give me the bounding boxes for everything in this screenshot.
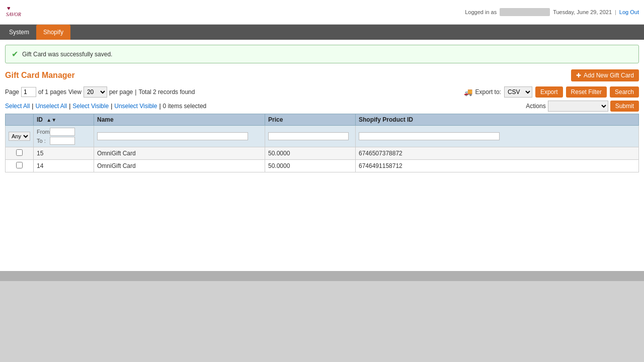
- logo-area: ♥ SAVOR: [5, 3, 23, 21]
- logout-link[interactable]: Log Out: [619, 9, 639, 15]
- any-select[interactable]: Any: [9, 132, 30, 141]
- total-records: Total 2 records found: [138, 88, 195, 96]
- sel-sep1: |: [32, 103, 33, 110]
- select-visible-link[interactable]: Select Visible: [72, 103, 109, 110]
- filter-price-input[interactable]: [268, 132, 349, 140]
- unselect-all-link[interactable]: Unselect All: [35, 103, 67, 110]
- row2-id: 14: [34, 160, 94, 172]
- nav-tab-shopify[interactable]: Shopify: [36, 25, 70, 40]
- search-button[interactable]: Search: [610, 86, 639, 98]
- header: ♥ SAVOR Logged in as Tuesday, June 29, 2…: [0, 0, 644, 25]
- filter-cell-id: From: To :: [34, 126, 94, 147]
- add-new-label: Add New Gift Card: [584, 72, 634, 79]
- view-label: View: [68, 88, 82, 96]
- col-header-name: Name: [94, 114, 265, 126]
- unselect-visible-link[interactable]: Unselect Visible: [114, 103, 157, 110]
- navbar: System Shopify: [0, 25, 644, 40]
- main-content: ✔ Gift Card was successfully saved. Gift…: [0, 40, 644, 271]
- row2-price: 50.0000: [265, 160, 356, 172]
- pagination-right: 🚚 Export to: CSV Excel XML Export Reset …: [464, 86, 639, 98]
- separator2: |: [135, 88, 136, 96]
- success-text: Gift Card was successfully saved.: [22, 51, 112, 58]
- row1-price: 50.0000: [265, 147, 356, 160]
- filter-cell-price: [265, 126, 356, 147]
- table-row: 14 OmniGift Card 50.0000 6746491158712: [6, 160, 639, 172]
- filter-id-from-row: From:: [37, 128, 91, 136]
- row2-shopify-product-id: 6746491158712: [356, 160, 639, 172]
- date-label: Tuesday, June 29, 2021: [553, 9, 612, 15]
- export-button[interactable]: Export: [535, 86, 563, 98]
- success-banner: ✔ Gift Card was successfully saved.: [5, 45, 639, 63]
- col-header-checkbox: [6, 114, 34, 126]
- filter-row: Any From: To :: [6, 126, 639, 147]
- of-pages-label: of 1 pages: [38, 88, 66, 96]
- sort-arrows-id: ▲▼: [46, 117, 56, 123]
- controls-row: Page of 1 pages View 20 50 100 200 per p…: [5, 86, 639, 98]
- table-row: 15 OmniGift Card 50.0000 6746507378872: [6, 147, 639, 160]
- row1-checkbox[interactable]: [16, 149, 23, 156]
- sel-sep2: |: [69, 103, 70, 110]
- sel-sep4: |: [159, 103, 160, 110]
- actions-label: Actions: [526, 103, 545, 110]
- footer-bar: [0, 271, 644, 281]
- svg-text:SAVOR: SAVOR: [6, 12, 21, 17]
- svg-text:♥: ♥: [7, 5, 11, 11]
- filter-id-from-to: From: To :: [37, 128, 91, 145]
- table-header-row: ID ▲▼ Name Price Shopify Product ID: [6, 114, 639, 126]
- col-header-id[interactable]: ID ▲▼: [34, 114, 94, 126]
- per-page-label: per page: [109, 88, 133, 96]
- actions-select[interactable]: [548, 101, 608, 112]
- col-header-price: Price: [265, 114, 356, 126]
- row2-checkbox-cell: [6, 160, 34, 172]
- export-label: Export to:: [475, 88, 501, 96]
- success-icon: ✔: [12, 49, 18, 59]
- page-input[interactable]: [21, 87, 36, 97]
- from-label: From:: [37, 129, 48, 135]
- row2-checkbox[interactable]: [16, 162, 23, 168]
- header-right: Logged in as Tuesday, June 29, 2021 | Lo…: [465, 8, 639, 16]
- page-header: Gift Card Manager ✚ Add New Gift Card: [5, 69, 639, 81]
- page-title: Gift Card Manager: [5, 71, 75, 80]
- page-label: Page: [5, 88, 19, 96]
- filter-cell-shopify: [356, 126, 639, 147]
- add-icon: ✚: [576, 72, 581, 79]
- sel-sep3: |: [111, 103, 112, 110]
- filter-id-to-row: To :: [37, 137, 91, 145]
- per-page-select[interactable]: 20 50 100 200: [84, 86, 107, 98]
- row1-id: 15: [34, 147, 94, 160]
- row1-shopify-product-id: 6746507378872: [356, 147, 639, 160]
- filter-cell-name: [94, 126, 265, 147]
- add-new-gift-card-button[interactable]: ✚ Add New Gift Card: [571, 69, 639, 81]
- export-truck-icon: 🚚: [464, 88, 472, 96]
- filter-id-from-input[interactable]: [50, 128, 75, 136]
- items-selected-label: 0 items selected: [163, 103, 207, 110]
- separator: |: [615, 9, 616, 15]
- username-box: [500, 8, 550, 16]
- filter-name-input[interactable]: [97, 132, 248, 140]
- selection-row: Select All | Unselect All | Select Visib…: [5, 101, 639, 112]
- pagination-left: Page of 1 pages View 20 50 100 200 per p…: [5, 86, 195, 98]
- filter-id-to-input[interactable]: [50, 137, 75, 145]
- row1-checkbox-cell: [6, 147, 34, 160]
- filter-cell-checkbox: Any: [6, 126, 34, 147]
- select-all-link[interactable]: Select All: [5, 103, 30, 110]
- reset-filter-button[interactable]: Reset Filter: [566, 86, 607, 98]
- row2-name: OmniGift Card: [94, 160, 265, 172]
- row1-name: OmniGift Card: [94, 147, 265, 160]
- to-label: To :: [37, 138, 48, 144]
- nav-tab-system[interactable]: System: [2, 25, 36, 40]
- logo-icon: ♥ SAVOR: [5, 3, 23, 21]
- logged-in-label: Logged in as: [465, 9, 497, 15]
- submit-button[interactable]: Submit: [610, 101, 639, 112]
- filter-shopify-input[interactable]: [359, 132, 500, 140]
- col-header-shopify-product-id: Shopify Product ID: [356, 114, 639, 126]
- data-table: ID ▲▼ Name Price Shopify Product ID Any: [5, 114, 639, 172]
- export-format-select[interactable]: CSV Excel XML: [504, 86, 532, 98]
